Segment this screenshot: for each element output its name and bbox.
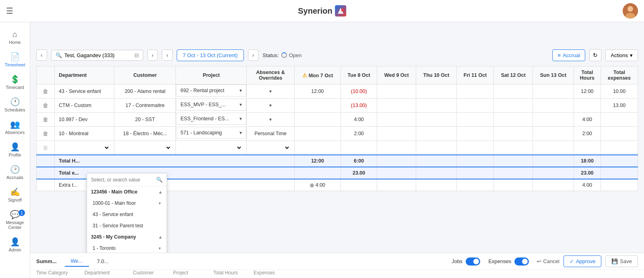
row-3-project-dropdown[interactable]: ▾ bbox=[239, 116, 242, 121]
row-4-wed[interactable] bbox=[377, 127, 416, 141]
row-1-sun[interactable] bbox=[533, 84, 574, 99]
new-row-mon[interactable] bbox=[295, 141, 341, 155]
total-hours-sun bbox=[533, 155, 574, 167]
table-row: 🗑 CTM - Custom 17 - Contremaitre ESS_MVP… bbox=[37, 99, 638, 113]
search-input[interactable]: Test, Gagandev (333) bbox=[64, 52, 132, 58]
row-1-absences-dropdown[interactable]: ▾ bbox=[269, 89, 272, 94]
row-4-fri[interactable] bbox=[456, 127, 494, 141]
delete-row-new-button[interactable]: 🗑 bbox=[41, 144, 50, 152]
row-3-fri[interactable] bbox=[456, 113, 494, 127]
sidebar-item-message-center[interactable]: 💬 Message Center 1 bbox=[0, 206, 30, 234]
sidebar-item-home[interactable]: ⌂ Home bbox=[0, 26, 30, 49]
row-3-sat[interactable] bbox=[494, 113, 533, 127]
new-row-thu[interactable] bbox=[416, 141, 456, 155]
new-project-select[interactable] bbox=[180, 144, 242, 151]
row-1-sat[interactable] bbox=[494, 84, 533, 99]
avatar[interactable] bbox=[623, 3, 638, 19]
row-3-absences-dropdown[interactable]: ▾ bbox=[269, 117, 272, 122]
date-prev-button[interactable]: ‹ bbox=[162, 49, 173, 61]
col-wed-header: Wed 9 Oct bbox=[377, 66, 416, 84]
row-4-sat[interactable] bbox=[494, 127, 533, 141]
row-2-fri[interactable] bbox=[456, 99, 494, 113]
new-row-customer[interactable] bbox=[114, 141, 176, 155]
delete-row-4-button[interactable]: 🗑 bbox=[41, 130, 50, 138]
dropdown-group-main-office[interactable]: 123456 - Main Office ▲ bbox=[87, 186, 167, 198]
row-2-sat[interactable] bbox=[494, 99, 533, 113]
expenses-toggle[interactable] bbox=[514, 257, 529, 266]
row-1-tue[interactable]: (10.00) bbox=[341, 84, 377, 99]
new-customer-select[interactable] bbox=[118, 144, 171, 151]
row-3-tue[interactable]: 4:00 bbox=[341, 113, 377, 127]
new-absences-select[interactable] bbox=[251, 144, 290, 151]
sidebar-item-absences[interactable]: 👥 Absences bbox=[0, 116, 30, 139]
sidebar-item-signoff[interactable]: ✍ Signoff bbox=[0, 184, 30, 206]
date-next-button[interactable]: › bbox=[248, 49, 259, 61]
save-button[interactable]: 💾 Save bbox=[605, 255, 638, 267]
row-4-tue[interactable]: 2:00 bbox=[341, 127, 377, 141]
spinner-icon bbox=[281, 52, 287, 58]
new-row-project[interactable] bbox=[176, 141, 247, 155]
row-2-project-dropdown[interactable]: ▾ bbox=[239, 102, 242, 107]
time-category-col: Time Category bbox=[36, 270, 85, 276]
row-1-mon[interactable]: 12:00 bbox=[295, 84, 341, 99]
approve-button[interactable]: ✓ Approve bbox=[564, 255, 601, 267]
row-2-tue[interactable]: (13.00) bbox=[341, 99, 377, 113]
row-1-thu[interactable] bbox=[416, 84, 456, 99]
new-row-wed[interactable] bbox=[377, 141, 416, 155]
row-2-sun[interactable] bbox=[533, 99, 574, 113]
row-1-fri[interactable] bbox=[456, 84, 494, 99]
row-3-wed[interactable] bbox=[377, 113, 416, 127]
sidebar-item-profile[interactable]: 👤 Profile bbox=[0, 139, 30, 161]
next-button[interactable]: › bbox=[147, 49, 158, 61]
row-1-wed[interactable] bbox=[377, 84, 416, 99]
refresh-button[interactable]: ↻ bbox=[589, 49, 601, 61]
menu-icon[interactable]: ☰ bbox=[6, 6, 13, 16]
row-3-thu[interactable] bbox=[416, 113, 456, 127]
dropdown-group-my-company[interactable]: 3245 - My Company ▲ bbox=[87, 231, 167, 243]
sidebar-item-admin[interactable]: 👤 Admin bbox=[0, 234, 30, 256]
filter-icon[interactable]: ⊟ bbox=[134, 52, 139, 58]
new-row-dept[interactable] bbox=[55, 141, 114, 155]
row-4-thu[interactable] bbox=[416, 127, 456, 141]
new-row-tue[interactable] bbox=[341, 141, 377, 155]
row-4-mon[interactable] bbox=[295, 127, 341, 141]
new-row-fri[interactable] bbox=[456, 141, 494, 155]
prev-button[interactable]: ‹ bbox=[36, 49, 47, 61]
dropdown-item-main-floor[interactable]: 1000-01 - Main floor ▾ bbox=[87, 198, 167, 209]
row-2-mon[interactable] bbox=[295, 99, 341, 113]
new-row-sun[interactable] bbox=[533, 141, 574, 155]
delete-row-1-button[interactable]: 🗑 bbox=[41, 87, 50, 95]
delete-row-2-button[interactable]: 🗑 bbox=[41, 101, 50, 109]
row-3-mon[interactable] bbox=[295, 113, 341, 127]
jobs-toggle[interactable] bbox=[466, 257, 480, 266]
date-range-button[interactable]: 7 Oct - 13 Oct (Current) bbox=[177, 49, 244, 61]
row-2-customer: 17 - Contremaitre bbox=[114, 99, 176, 113]
actions-button[interactable]: Actions ▾ bbox=[605, 49, 638, 61]
sidebar-item-timecard[interactable]: 💲 Timecard bbox=[0, 71, 30, 94]
delete-row-3-button[interactable]: 🗑 bbox=[41, 115, 50, 124]
new-dept-select[interactable] bbox=[59, 144, 110, 151]
row-2-absences-dropdown[interactable]: ▾ bbox=[269, 103, 272, 108]
new-row-sat[interactable] bbox=[494, 141, 533, 155]
dropdown-item-toronto[interactable]: 1 - Toronto ▾ bbox=[87, 243, 167, 253]
dropdown-search-input[interactable] bbox=[91, 177, 154, 183]
dropdown-item-service-parent[interactable]: 31 - Service Parent test bbox=[87, 220, 167, 231]
dropdown-item-service-enfant[interactable]: 43 - Service enfant bbox=[87, 209, 167, 220]
row-2-wed[interactable] bbox=[377, 99, 416, 113]
save-label: Save bbox=[620, 258, 632, 264]
actions-label: Actions bbox=[611, 52, 628, 58]
accrual-button[interactable]: ≡ Accrual bbox=[552, 49, 585, 61]
sidebar-item-schedules[interactable]: 🕐 Schedules bbox=[0, 94, 30, 116]
sidebar-item-timesheet[interactable]: 📄 Timesheet bbox=[0, 49, 30, 71]
summary-tab-week[interactable]: We... bbox=[65, 256, 89, 267]
row-2-project: ESS_MVP - ESS_... ▾ bbox=[176, 99, 246, 111]
timesheet-table: Department Customer Project Absences &Ov… bbox=[36, 66, 638, 191]
row-3-sun[interactable] bbox=[533, 113, 574, 127]
row-4-sun[interactable] bbox=[533, 127, 574, 141]
cancel-button[interactable]: ↩ Cancel bbox=[537, 255, 559, 267]
row-2-thu[interactable] bbox=[416, 99, 456, 113]
row-1-project-dropdown[interactable]: ▾ bbox=[239, 88, 242, 93]
sidebar-item-accruals[interactable]: 🕑 Accruals bbox=[0, 161, 30, 184]
new-row-absences[interactable] bbox=[247, 141, 295, 155]
row-4-project-dropdown[interactable]: ▾ bbox=[239, 130, 242, 136]
